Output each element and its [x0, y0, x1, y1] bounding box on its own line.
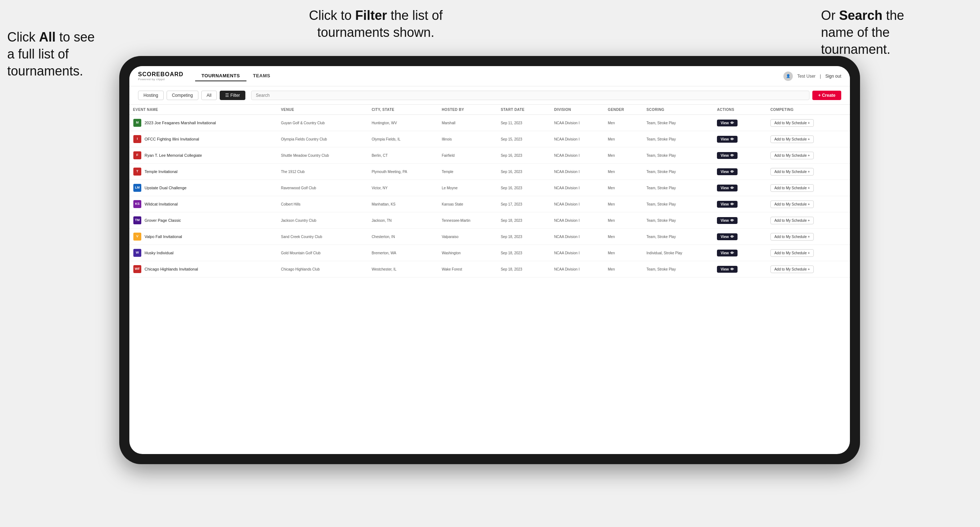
- event-name-text: Ryan T. Lee Memorial Collegiate: [145, 153, 202, 158]
- td-competing: Add to My Schedule +: [767, 261, 850, 278]
- td-start-date: Sep 18, 2023: [497, 229, 551, 245]
- team-logo: T: [133, 167, 142, 176]
- view-button[interactable]: View 👁: [717, 249, 738, 256]
- td-hosted-by: Le Moyne: [438, 180, 497, 196]
- eye-icon: 👁: [730, 154, 734, 157]
- team-logo: I: [133, 135, 142, 143]
- td-venue: Jackson Country Club: [277, 213, 368, 229]
- td-venue: Shuttle Meadow Country Club: [277, 148, 368, 163]
- search-input[interactable]: [251, 90, 810, 100]
- view-button[interactable]: View 👁: [717, 136, 738, 143]
- add-to-schedule-button[interactable]: Add to My Schedule +: [770, 200, 814, 208]
- td-scoring: Team, Stroke Play: [643, 163, 713, 180]
- th-competing: COMPETING: [767, 105, 850, 115]
- td-hosted-by: Temple: [438, 163, 497, 180]
- td-scoring: Team, Stroke Play: [643, 213, 713, 229]
- td-hosted-by: Marshall: [438, 115, 497, 131]
- td-division: NCAA Division I: [550, 245, 604, 261]
- separator: |: [820, 74, 821, 79]
- td-city: Berlin, CT: [368, 148, 438, 163]
- td-start-date: Sep 16, 2023: [497, 163, 551, 180]
- add-to-schedule-button[interactable]: Add to My Schedule +: [770, 135, 814, 143]
- td-gender: Men: [604, 229, 643, 245]
- view-button[interactable]: View 👁: [717, 184, 738, 191]
- nav-tab-teams[interactable]: TEAMS: [247, 71, 277, 81]
- nav-tab-tournaments[interactable]: TOURNAMENTS: [195, 71, 247, 81]
- add-to-schedule-button[interactable]: Add to My Schedule +: [770, 168, 814, 176]
- td-start-date: Sep 15, 2023: [497, 131, 551, 148]
- th-gender: GENDER: [604, 105, 643, 115]
- view-label: View: [721, 137, 729, 141]
- app-header: SCOREBOARD Powered by clippd TOURNAMENTS…: [129, 66, 850, 86]
- add-to-schedule-button[interactable]: Add to My Schedule +: [770, 152, 814, 159]
- td-scoring: Team, Stroke Play: [643, 115, 713, 131]
- view-label: View: [721, 267, 729, 271]
- team-logo: W: [133, 249, 142, 257]
- td-event-name: WF Chicago Highlands Invitational: [129, 261, 277, 278]
- add-to-schedule-button[interactable]: Add to My Schedule +: [770, 184, 814, 192]
- eye-icon: 👁: [730, 202, 734, 206]
- td-actions: View 👁: [713, 180, 767, 196]
- td-division: NCAA Division I: [550, 196, 604, 213]
- eye-icon: 👁: [730, 170, 734, 174]
- annotation-all: Click All to seea full list oftournament…: [7, 29, 123, 79]
- td-start-date: Sep 16, 2023: [497, 180, 551, 196]
- event-name-text: Wildcat Invitational: [145, 202, 178, 206]
- table-row: F Ryan T. Lee Memorial Collegiate Shuttl…: [129, 148, 850, 163]
- competing-button[interactable]: Competing: [167, 90, 198, 100]
- td-venue: The 1912 Club: [277, 163, 368, 180]
- all-button[interactable]: All: [201, 90, 217, 100]
- td-competing: Add to My Schedule +: [767, 115, 850, 131]
- view-button[interactable]: View 👁: [717, 201, 738, 208]
- eye-icon: 👁: [730, 267, 734, 271]
- hosting-button[interactable]: Hosting: [138, 90, 164, 100]
- td-division: NCAA Division I: [550, 229, 604, 245]
- table-container: EVENT NAME VENUE CITY, STATE HOSTED BY S…: [129, 105, 850, 454]
- td-gender: Men: [604, 148, 643, 163]
- view-label: View: [721, 186, 729, 190]
- logo-area: SCOREBOARD Powered by clippd: [138, 71, 184, 81]
- td-scoring: Team, Stroke Play: [643, 229, 713, 245]
- th-start-date: START DATE: [497, 105, 551, 115]
- view-label: View: [721, 251, 729, 255]
- add-schedule-label: Add to My Schedule +: [775, 121, 810, 125]
- team-logo: WF: [133, 265, 142, 273]
- add-to-schedule-button[interactable]: Add to My Schedule +: [770, 249, 814, 257]
- td-city: Jackson, TN: [368, 213, 438, 229]
- td-gender: Men: [604, 196, 643, 213]
- add-to-schedule-button[interactable]: Add to My Schedule +: [770, 119, 814, 127]
- view-label: View: [721, 121, 729, 125]
- filter-button[interactable]: ☰ Filter: [220, 90, 245, 100]
- th-hosted-by: HOSTED BY: [438, 105, 497, 115]
- logo-text: SCOREBOARD: [138, 71, 184, 78]
- table-row: KS Wildcat Invitational Colbert Hills Ma…: [129, 196, 850, 213]
- td-scoring: Team, Stroke Play: [643, 148, 713, 163]
- view-button[interactable]: View 👁: [717, 233, 738, 240]
- view-button[interactable]: View 👁: [717, 217, 738, 224]
- add-to-schedule-button[interactable]: Add to My Schedule +: [770, 233, 814, 241]
- create-button[interactable]: + Create: [812, 90, 841, 100]
- view-button[interactable]: View 👁: [717, 119, 738, 126]
- add-schedule-label: Add to My Schedule +: [775, 251, 810, 255]
- table-row: I OFCC Fighting Illini Invitational Olym…: [129, 131, 850, 148]
- view-label: View: [721, 154, 729, 157]
- sign-out-link[interactable]: Sign out: [825, 74, 841, 79]
- event-name-text: Upstate Dual Challenge: [145, 185, 186, 190]
- event-name-text: Grover Page Classic: [145, 218, 181, 223]
- td-division: NCAA Division I: [550, 261, 604, 278]
- view-button[interactable]: View 👁: [717, 168, 738, 175]
- td-start-date: Sep 17, 2023: [497, 196, 551, 213]
- td-scoring: Team, Stroke Play: [643, 180, 713, 196]
- table-row: TM Grover Page Classic Jackson Country C…: [129, 213, 850, 229]
- add-to-schedule-button[interactable]: Add to My Schedule +: [770, 217, 814, 224]
- add-to-schedule-button[interactable]: Add to My Schedule +: [770, 265, 814, 273]
- event-name-text: Chicago Highlands Invitational: [145, 267, 198, 271]
- add-schedule-label: Add to My Schedule +: [775, 267, 810, 271]
- add-schedule-label: Add to My Schedule +: [775, 219, 810, 222]
- view-button[interactable]: View 👁: [717, 152, 738, 159]
- view-button[interactable]: View 👁: [717, 266, 738, 273]
- th-scoring: SCORING: [643, 105, 713, 115]
- td-competing: Add to My Schedule +: [767, 131, 850, 148]
- td-event-name: LM Upstate Dual Challenge: [129, 180, 277, 196]
- td-hosted-by: Kansas State: [438, 196, 497, 213]
